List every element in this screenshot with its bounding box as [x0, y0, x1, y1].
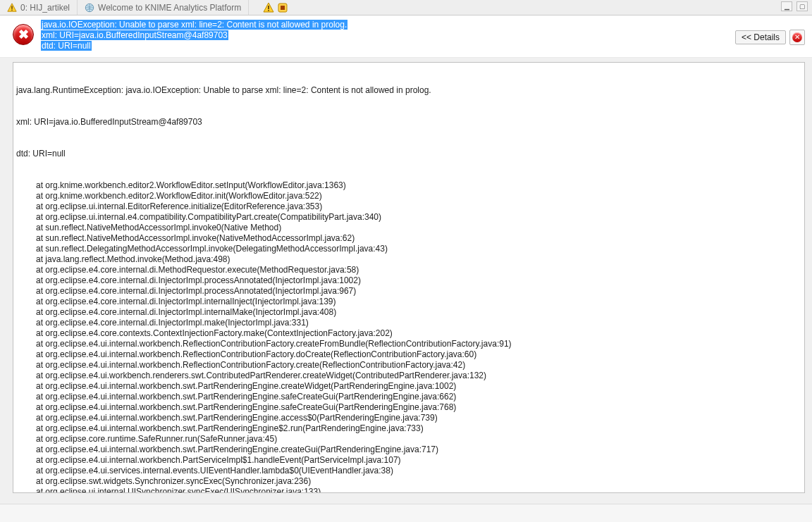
stack-frame: at org.eclipse.e4.core.contexts.ContextI… — [16, 328, 801, 339]
tab-extra-icons — [249, 2, 288, 13]
dismiss-error-button[interactable]: ✕ — [789, 30, 805, 45]
stack-frame: at org.eclipse.e4.ui.services.internal.e… — [16, 466, 801, 476]
stack-frame: at org.eclipse.ui.internal.EditorReferen… — [16, 201, 801, 212]
tab-hij-artikel[interactable]: 0: HIJ_artikel — [0, 0, 78, 15]
tab-label: 0: HIJ_artikel — [20, 3, 70, 13]
stack-header-1: java.lang.RuntimeException: java.io.IOEx… — [16, 85, 801, 96]
tab-label: Welcome to KNIME Analytics Platform — [98, 3, 241, 13]
stack-frame: at org.eclipse.ui.internal.e4.compatibil… — [16, 212, 801, 223]
stack-frame: at org.eclipse.e4.ui.internal.workbench.… — [16, 445, 801, 455]
stack-frame: at org.eclipse.ui.internal.UISynchronize… — [16, 487, 801, 493]
stack-frame: at org.eclipse.e4.ui.internal.workbench.… — [16, 392, 801, 402]
stop-icon[interactable] — [277, 2, 288, 13]
stack-frame: at org.eclipse.e4.core.internal.di.Injec… — [16, 318, 801, 328]
warning-icon[interactable] — [263, 2, 274, 13]
stack-frame: at org.eclipse.swt.widgets.Synchronizer.… — [16, 476, 801, 487]
error-icon: ✖ — [13, 24, 34, 45]
svg-rect-8 — [281, 6, 285, 10]
status-bar — [0, 504, 812, 522]
stack-frame: at sun.reflect.DelegatingMethodAccessorI… — [16, 244, 801, 254]
stack-frame: at org.eclipse.e4.core.internal.di.Injec… — [16, 286, 801, 297]
warning-icon — [7, 3, 17, 13]
error-summary-panel: ✖ java.io.IOException: Unable to parse x… — [0, 15, 812, 58]
stack-frame: at org.eclipse.e4.ui.internal.workbench.… — [16, 455, 801, 466]
svg-rect-1 — [11, 6, 12, 8]
stack-frame: at org.eclipse.e4.core.internal.di.Injec… — [16, 297, 801, 307]
stack-frame: at org.knime.workbench.editor2.WorkflowE… — [16, 180, 801, 191]
error-line-1: java.io.IOException: Unable to parse xml… — [41, 20, 347, 30]
window-controls: ▁ ▢ — [781, 1, 808, 11]
stack-frame: at org.eclipse.e4.ui.internal.workbench.… — [16, 402, 801, 413]
stack-frame: at org.eclipse.e4.ui.internal.workbench.… — [16, 413, 801, 423]
error-line-2: xml: URI=java.io.BufferedInputStream@4af… — [41, 30, 228, 40]
stack-header-2: xml: URI=java.io.BufferedInputStream@4af… — [16, 117, 801, 128]
svg-rect-6 — [268, 10, 269, 11]
minimize-button[interactable]: ▁ — [781, 1, 792, 11]
details-button[interactable]: << Details — [735, 30, 786, 44]
stack-frame: at sun.reflect.NativeMethodAccessorImpl.… — [16, 223, 801, 233]
stack-frame: at org.eclipse.e4.ui.internal.workbench.… — [16, 349, 801, 360]
stack-frame: at org.eclipse.e4.core.internal.di.Injec… — [16, 275, 801, 286]
error-message-block: java.io.IOException: Unable to parse xml… — [41, 20, 735, 51]
stack-frame: at org.eclipse.e4.ui.internal.workbench.… — [16, 339, 801, 349]
stack-lines-container: at org.knime.workbench.editor2.WorkflowE… — [16, 180, 801, 493]
stack-frame: at org.eclipse.e4.core.internal.di.Injec… — [16, 307, 801, 318]
stack-frame: at org.eclipse.e4.ui.workbench.renderers… — [16, 371, 801, 381]
stack-frame: at org.knime.workbench.editor2.WorkflowE… — [16, 191, 801, 201]
tab-welcome[interactable]: Welcome to KNIME Analytics Platform — [78, 0, 249, 15]
stack-frame: at sun.reflect.NativeMethodAccessorImpl.… — [16, 233, 801, 244]
stack-frame: at org.eclipse.e4.core.internal.di.Metho… — [16, 265, 801, 275]
svg-rect-2 — [11, 9, 12, 10]
error-line-3: dtd: URI=null — [41, 41, 92, 51]
maximize-button[interactable]: ▢ — [796, 1, 808, 11]
globe-icon — [85, 3, 94, 13]
svg-rect-5 — [268, 6, 269, 9]
error-toolbar: << Details ✕ — [735, 30, 805, 45]
stack-frame: at org.eclipse.core.runtime.SafeRunner.r… — [16, 434, 801, 445]
editor-tab-bar: 0: HIJ_artikel Welcome to KNIME Analytic… — [0, 0, 812, 15]
stack-frame: at java.lang.reflect.Method.invoke(Metho… — [16, 254, 801, 265]
stack-header-3: dtd: URI=null — [16, 149, 801, 159]
stack-trace-area[interactable]: java.lang.RuntimeException: java.io.IOEx… — [13, 62, 805, 493]
stack-frame: at org.eclipse.e4.ui.internal.workbench.… — [16, 360, 801, 371]
stack-frame: at org.eclipse.e4.ui.internal.workbench.… — [16, 423, 801, 434]
close-icon: ✕ — [792, 32, 802, 42]
stack-frame: at org.eclipse.e4.ui.internal.workbench.… — [16, 381, 801, 392]
